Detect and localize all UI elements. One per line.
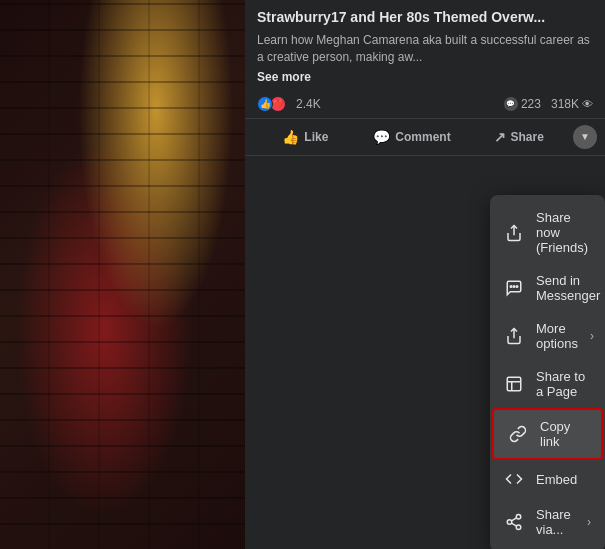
svg-point-3	[516, 286, 518, 288]
share-page-icon	[504, 374, 524, 394]
post-info: Strawburry17 and Her 80s Themed Overw...…	[245, 0, 605, 90]
reaction-icons: 👍 ❤️	[257, 96, 286, 112]
share-button-icon: ↗	[494, 129, 506, 145]
background-image	[0, 0, 260, 549]
svg-rect-5	[507, 377, 521, 391]
like-icon: 👍	[257, 96, 273, 112]
views-stat: 318K 👁	[551, 97, 593, 111]
svg-point-9	[507, 520, 512, 525]
comment-button[interactable]: 💬 Comment	[360, 123, 465, 151]
like-button-label: Like	[304, 130, 328, 144]
embed-icon	[504, 469, 524, 489]
like-button-icon: 👍	[282, 129, 299, 145]
embed-label: Embed	[536, 472, 591, 487]
menu-item-copy-link[interactable]: Copy link	[492, 408, 603, 460]
reactions-count: 2.4K	[296, 97, 321, 111]
stats-row: 👍 ❤️ 2.4K 💬 223 318K 👁	[245, 90, 605, 118]
comment-bubble-icon: 💬	[504, 97, 518, 111]
more-options-arrow: ›	[590, 329, 594, 343]
share-button[interactable]: ↗ Share	[466, 123, 571, 151]
post-title: Strawburry17 and Her 80s Themed Overw...	[257, 8, 593, 26]
copy-link-label: Copy link	[540, 419, 587, 449]
svg-line-12	[511, 518, 516, 521]
share-now-icon	[504, 223, 524, 243]
menu-item-share-via[interactable]: Share via... ›	[490, 498, 605, 546]
share-page-label: Share to a Page	[536, 369, 591, 399]
eye-icon: 👁	[582, 98, 593, 110]
copy-link-icon	[508, 424, 528, 444]
more-options-label: More options	[536, 321, 578, 351]
menu-item-share-page[interactable]: Share to a Page	[490, 360, 605, 408]
svg-point-2	[510, 286, 512, 288]
svg-point-8	[516, 515, 521, 520]
menu-item-more-options[interactable]: More options ›	[490, 312, 605, 360]
menu-item-messenger[interactable]: Send in Messenger	[490, 264, 605, 312]
svg-point-1	[513, 286, 515, 288]
profile-dropdown[interactable]: ▼	[573, 125, 597, 149]
like-button[interactable]: 👍 Like	[253, 123, 358, 151]
share-button-label: Share	[511, 130, 544, 144]
messenger-icon	[504, 278, 524, 298]
action-row: 👍 Like 💬 Comment ↗ Share ▼	[245, 118, 605, 156]
see-more-button[interactable]: See more	[257, 70, 593, 84]
menu-item-share-now[interactable]: Share now (Friends)	[490, 201, 605, 264]
more-options-icon	[504, 326, 524, 346]
post-description: Learn how Meghan Camarena aka built a su…	[257, 32, 593, 66]
stats-right: 💬 223 318K 👁	[504, 97, 593, 111]
svg-line-11	[511, 523, 516, 526]
content-area: Strawburry17 and Her 80s Themed Overw...…	[245, 0, 605, 549]
comment-button-icon: 💬	[373, 129, 390, 145]
comments-stat: 💬 223	[504, 97, 541, 111]
comment-button-label: Comment	[395, 130, 450, 144]
svg-point-10	[516, 525, 521, 530]
share-via-label: Share via...	[536, 507, 575, 537]
messenger-label: Send in Messenger	[536, 273, 600, 303]
menu-item-embed[interactable]: Embed	[490, 460, 605, 498]
share-via-arrow: ›	[587, 515, 591, 529]
share-via-icon	[504, 512, 524, 532]
share-menu: Share now (Friends) Send in Messenger	[490, 195, 605, 549]
share-now-label: Share now (Friends)	[536, 210, 591, 255]
